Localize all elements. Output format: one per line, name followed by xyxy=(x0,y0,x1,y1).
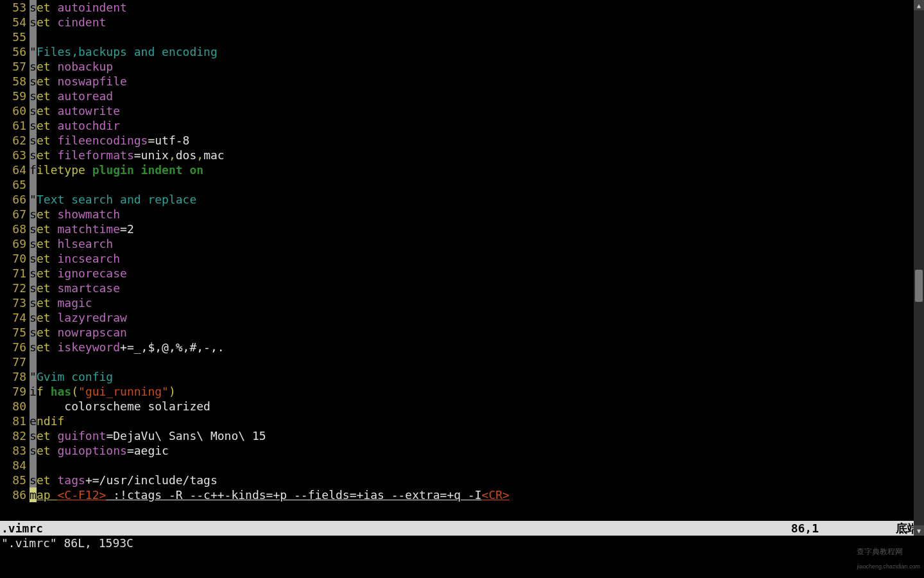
code-line[interactable]: 79if has("gui_running") xyxy=(0,384,924,399)
code-token: autochdir xyxy=(58,118,121,133)
fold-column: s xyxy=(30,443,37,458)
line-number: 74 xyxy=(0,310,30,325)
code-line[interactable]: 68set matchtime=2 xyxy=(0,222,924,236)
code-token: et xyxy=(37,118,58,133)
line-number: 82 xyxy=(0,428,30,443)
code-line[interactable]: 73set magic xyxy=(0,295,924,310)
line-number: 70 xyxy=(0,251,30,266)
line-number: 77 xyxy=(0,355,30,369)
code-token: Gvim config xyxy=(37,369,113,384)
code-line[interactable]: 86map <C-F12> :!ctags -R --c++-kinds=+p … xyxy=(0,487,924,502)
code-token: et xyxy=(37,0,58,15)
code-line[interactable]: 75set nowrapscan xyxy=(0,325,924,340)
code-token: guifont xyxy=(58,428,107,443)
fold-column: s xyxy=(30,207,37,222)
status-ruler: 86,1 xyxy=(791,521,896,536)
code-token: <CR> xyxy=(482,487,509,502)
editor-viewport[interactable]: 53set autoindent54set cindent55 56"Files… xyxy=(0,0,924,502)
code-line[interactable]: 64filetype plugin indent on xyxy=(0,162,924,177)
fold-column: e xyxy=(30,414,37,428)
code-token: iletype xyxy=(37,162,92,177)
scroll-up-icon[interactable]: ▲ xyxy=(914,0,924,10)
code-token: :!ctags -R --c++-kinds=+p --fields=+ias … xyxy=(106,487,481,502)
code-token: =DejaVu\ Sans\ Mono\ 15 xyxy=(106,428,266,443)
line-number: 55 xyxy=(0,30,30,44)
code-line[interactable]: 70set incsearch xyxy=(0,251,924,266)
code-token: hlsearch xyxy=(58,236,114,251)
code-line[interactable]: 69set hlsearch xyxy=(0,236,924,251)
fold-column: " xyxy=(30,44,37,59)
scroll-thumb[interactable] xyxy=(915,270,923,302)
code-token: colorscheme solarized xyxy=(37,399,210,414)
code-line[interactable]: 81endif xyxy=(0,414,924,428)
fold-column: s xyxy=(30,74,37,89)
fold-column xyxy=(30,355,37,369)
code-token: nowrapscan xyxy=(58,325,127,340)
code-token: et xyxy=(37,236,58,251)
code-token: +=_,$,@,%,#,-,. xyxy=(120,340,225,355)
code-line[interactable]: 76set iskeyword+=_,$,@,%,#,-,. xyxy=(0,340,924,355)
code-token: autoread xyxy=(58,89,114,103)
code-line[interactable]: 57set nobackup xyxy=(0,59,924,74)
fold-column: s xyxy=(30,310,37,325)
code-token: et xyxy=(37,266,58,281)
line-number: 59 xyxy=(0,89,30,103)
code-line[interactable]: 56"Files,backups and encoding xyxy=(0,44,924,59)
code-token: =aegic xyxy=(127,443,169,458)
code-line[interactable]: 72set smartcase xyxy=(0,281,924,295)
watermark-text: 查字典教程网 xyxy=(857,547,903,556)
fold-column: " xyxy=(30,369,37,384)
code-token: autoindent xyxy=(58,0,127,15)
fold-column xyxy=(30,399,37,414)
code-token: plugin indent on xyxy=(92,162,203,177)
fold-column xyxy=(30,177,37,192)
code-line[interactable]: 62set fileencodings=utf-8 xyxy=(0,133,924,148)
code-line[interactable]: 67set showmatch xyxy=(0,207,924,222)
code-line[interactable]: 74set lazyredraw xyxy=(0,310,924,325)
code-line[interactable]: 65 xyxy=(0,177,924,192)
scrollbar[interactable]: ▲ ▼ xyxy=(914,0,924,536)
code-token: et xyxy=(37,443,58,458)
code-token: incsearch xyxy=(58,251,121,266)
code-token: ) xyxy=(169,384,176,399)
line-number: 58 xyxy=(0,74,30,89)
scroll-down-icon[interactable]: ▼ xyxy=(914,525,924,536)
code-token: fileencodings xyxy=(58,133,148,148)
line-number: 86 xyxy=(0,487,30,502)
code-token: dos xyxy=(176,148,197,162)
line-number: 62 xyxy=(0,133,30,148)
line-number: 64 xyxy=(0,162,30,177)
code-token: lazyredraw xyxy=(58,310,127,325)
fold-column: s xyxy=(30,222,37,236)
line-number: 73 xyxy=(0,295,30,310)
fold-column: f xyxy=(30,162,37,177)
code-line[interactable]: 77 xyxy=(0,355,924,369)
code-line[interactable]: 82set guifont=DejaVu\ Sans\ Mono\ 15 xyxy=(0,428,924,443)
code-token: et xyxy=(37,89,58,103)
code-line[interactable]: 58set noswapfile xyxy=(0,74,924,89)
code-line[interactable]: 85set tags+=/usr/include/tags xyxy=(0,473,924,487)
code-line[interactable]: 59set autoread xyxy=(0,89,924,103)
code-line[interactable]: 80 colorscheme solarized xyxy=(0,399,924,414)
code-token: +=/usr/include/tags xyxy=(85,473,218,487)
code-token: ndif xyxy=(37,414,64,428)
code-line[interactable]: 71set ignorecase xyxy=(0,266,924,281)
code-line[interactable]: 66"Text search and replace xyxy=(0,192,924,207)
line-number: 69 xyxy=(0,236,30,251)
line-number: 57 xyxy=(0,59,30,74)
code-line[interactable]: 84 xyxy=(0,458,924,473)
code-line[interactable]: 78"Gvim config xyxy=(0,369,924,384)
code-line[interactable]: 61set autochdir xyxy=(0,118,924,133)
code-line[interactable]: 63set fileformats=unix,dos,mac xyxy=(0,148,924,162)
fold-column: s xyxy=(30,148,37,162)
code-token: Text search and replace xyxy=(37,192,196,207)
line-number: 83 xyxy=(0,443,30,458)
code-token: has xyxy=(51,384,72,399)
code-line[interactable]: 60set autowrite xyxy=(0,103,924,118)
code-line[interactable]: 55 xyxy=(0,30,924,44)
line-number: 80 xyxy=(0,399,30,414)
line-number: 81 xyxy=(0,414,30,428)
code-line[interactable]: 83set guioptions=aegic xyxy=(0,443,924,458)
code-line[interactable]: 54set cindent xyxy=(0,15,924,30)
code-line[interactable]: 53set autoindent xyxy=(0,0,924,15)
